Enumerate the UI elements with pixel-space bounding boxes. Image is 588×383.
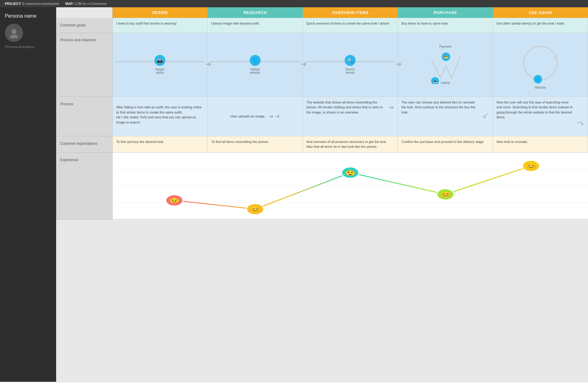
row-label-expectations: Customer expectations (56, 136, 113, 153)
row-label-process: Process (56, 97, 113, 136)
svg-text:😟: 😟 (169, 197, 180, 204)
svg-text:😊: 😊 (250, 206, 261, 212)
website-icon: 🌐 (250, 55, 261, 66)
goal-use-again: Get other similar item(s) to get the loo… (493, 18, 588, 33)
persona-description: Persona description (5, 45, 34, 49)
process-desire: After falling in love with an outfit, th… (113, 97, 208, 136)
project-label: PROJECT: E-commerce touchpoints (5, 2, 59, 5)
expectation-purchase: Confirm the purchase and proceed to the … (398, 136, 493, 153)
channel-use-again-label: Website (535, 86, 546, 89)
goal-overview: Quick overview of items to create the sa… (303, 18, 398, 33)
experience-chart: 😟 😊 😲 😊 😊 (113, 153, 588, 219)
persona-name: Persona name (5, 13, 36, 19)
svg-text:🌐: 🌐 (536, 77, 540, 82)
header-overview: OVERVIEW ITEMS (303, 7, 398, 18)
search-icon: 🔍 (345, 55, 356, 66)
channel-desire: 📷 Image/photo ➔ (113, 33, 208, 97)
process-research: User uploads an image. ➔ ➔ (208, 97, 302, 136)
expectation-use-again: New look to recreate. (493, 136, 588, 153)
svg-point-0 (12, 29, 16, 34)
expectation-desire: To find and buy the desired look. (113, 136, 208, 153)
process-purchase: The user can choose any desired item to … (398, 97, 493, 136)
svg-point-6 (524, 46, 557, 80)
header-purchase: PURCHASE (398, 7, 493, 18)
svg-text:😲: 😲 (345, 170, 356, 176)
row-label-process-channels: Process and channels (56, 33, 113, 97)
avatar (5, 24, 23, 42)
svg-text:💳: 💳 (444, 55, 448, 59)
header-use-again: USE AGAIN (493, 7, 588, 18)
expectation-overview: And overview of all products necessary t… (303, 136, 398, 153)
row-label-customer-goals: Customer goals (56, 18, 113, 33)
goal-desire: I want to buy stuff that he/she is weari… (113, 18, 208, 33)
goal-purchase: Buy items to have to same look (398, 18, 493, 33)
channel-research: 🌐 Uploadwebsite ➔ (208, 33, 302, 97)
svg-text:💻: 💻 (433, 79, 437, 83)
channel-desire-label: Image/photo (155, 68, 165, 74)
svg-point-1 (10, 35, 18, 38)
main-layout: Persona name Persona description DESIRE … (0, 7, 588, 382)
sidebar: Persona name Persona description (0, 7, 56, 382)
map-label: MAP: CJM for e-Commerce (65, 2, 106, 5)
instagram-icon: 📷 (154, 55, 165, 66)
header-empty (56, 7, 113, 18)
channel-purchase: Payment 💳 💻 Laptop (398, 33, 493, 97)
svg-text:😊: 😊 (440, 191, 451, 198)
row-label-experience: Experience (56, 153, 113, 219)
channel-purchase-label: Laptop (441, 81, 450, 84)
process-overview: The website that shows all items resembl… (303, 97, 398, 136)
process-use-again: Now the user will use this way of search… (493, 97, 588, 136)
cjm-table: DESIRE RESEARCH OVERVIEW ITEMS PURCHASE … (56, 7, 588, 219)
channel-use-again: 🌐 Website (493, 33, 588, 97)
svg-text:😊: 😊 (526, 163, 537, 169)
expectation-research: To find all items resembling the picture… (208, 136, 302, 153)
channel-overview-label: Searchresults (345, 68, 355, 74)
content-area: DESIRE RESEARCH OVERVIEW ITEMS PURCHASE … (56, 7, 588, 382)
channel-overview: 🔍 Searchresults ➔ (303, 33, 398, 97)
top-bar: PROJECT: E-commerce touchpoints MAP: CJM… (0, 0, 588, 7)
header-desire: DESIRE (113, 7, 208, 18)
goal-research: Upload image with desired outfit. (208, 18, 302, 33)
channel-research-label: Uploadwebsite (250, 68, 260, 74)
header-research: RESEARCH (208, 7, 302, 18)
